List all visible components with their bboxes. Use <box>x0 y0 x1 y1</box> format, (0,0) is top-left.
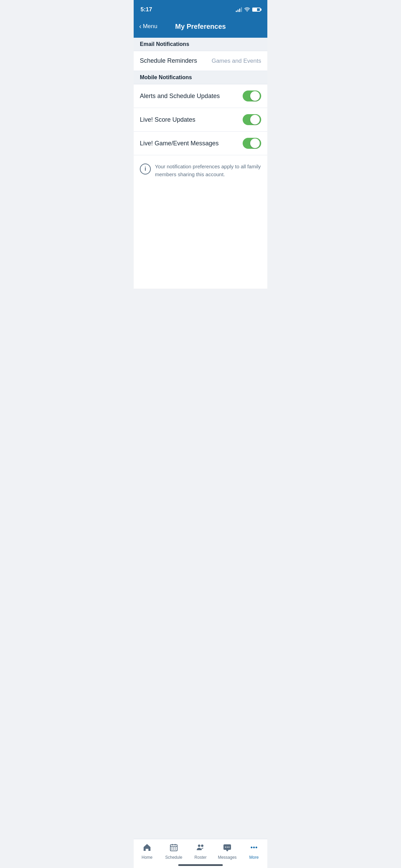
status-bar: 5:17 <box>134 0 267 17</box>
content-area: Email Notifications Schedule Reminders G… <box>134 38 267 289</box>
live-score-label: Live! Score Updates <box>140 116 195 123</box>
header: ‹ Menu My Preferences <box>134 17 267 38</box>
wifi-icon <box>244 7 250 13</box>
toggle-thumb <box>250 115 260 124</box>
schedule-reminders-label: Schedule Reminders <box>140 57 197 64</box>
status-time: 5:17 <box>141 6 152 13</box>
live-score-toggle[interactable] <box>243 114 261 125</box>
page: 5:17 ‹ Menu <box>134 0 267 320</box>
alerts-schedule-row: Alerts and Schedule Updates <box>134 84 267 108</box>
live-score-row: Live! Score Updates <box>134 108 267 132</box>
section-header-mobile: Mobile Notifications <box>134 71 267 84</box>
live-game-toggle[interactable] <box>243 138 261 149</box>
signal-icon <box>236 7 242 12</box>
info-icon: i <box>140 164 151 174</box>
live-game-row: Live! Game/Event Messages <box>134 132 267 155</box>
back-label: Menu <box>143 23 158 30</box>
info-note-text: Your notification preferences apply to a… <box>155 163 261 178</box>
toggle-thumb <box>250 138 260 148</box>
alerts-schedule-toggle[interactable] <box>243 91 261 101</box>
info-note: i Your notification preferences apply to… <box>134 155 267 186</box>
back-chevron-icon: ‹ <box>139 22 142 30</box>
status-icons <box>236 7 260 13</box>
schedule-reminders-row[interactable]: Schedule Reminders Games and Events <box>134 51 267 71</box>
alerts-schedule-label: Alerts and Schedule Updates <box>140 93 220 100</box>
live-game-label: Live! Game/Event Messages <box>140 140 219 147</box>
page-title: My Preferences <box>175 23 226 31</box>
section-header-email: Email Notifications <box>134 38 267 51</box>
content-spacer <box>134 186 267 289</box>
back-button[interactable]: ‹ Menu <box>139 23 157 30</box>
battery-icon <box>252 8 260 12</box>
toggle-thumb <box>250 91 260 101</box>
schedule-reminders-value: Games and Events <box>211 58 261 64</box>
